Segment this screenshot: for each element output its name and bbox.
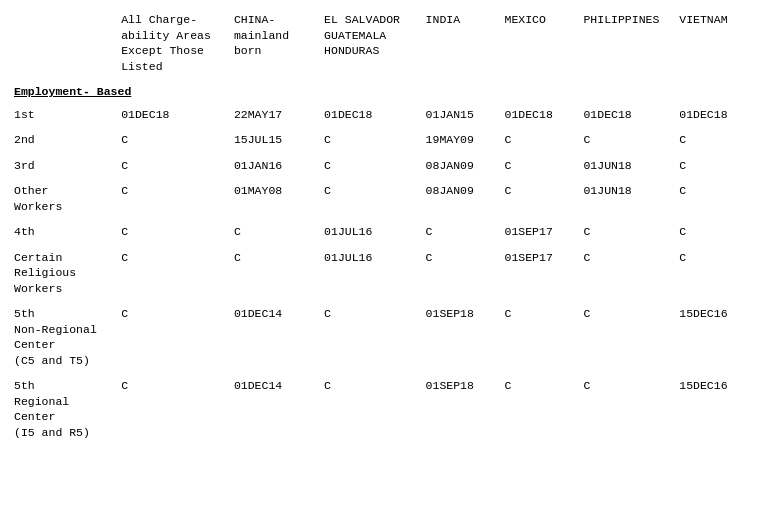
table-row: Certain Religious WorkersCC01JUL16C01SEP… bbox=[8, 245, 750, 302]
cell-all: C bbox=[115, 127, 228, 153]
cell-india: 01JAN15 bbox=[420, 102, 499, 128]
cell-india: 01SEP18 bbox=[420, 373, 499, 445]
cell-all: C bbox=[115, 178, 228, 219]
cell-category: Other Workers bbox=[8, 178, 115, 219]
header-vietnam: VIETNAM bbox=[673, 8, 750, 78]
cell-china: 01DEC14 bbox=[228, 373, 318, 445]
header-row: All Charge- ability Areas Except Those L… bbox=[8, 8, 750, 78]
cell-category: 5th Regional Center (I5 and R5) bbox=[8, 373, 115, 445]
cell-india: C bbox=[420, 245, 499, 302]
cell-india: 08JAN09 bbox=[420, 178, 499, 219]
cell-el_salv: 01DEC18 bbox=[318, 102, 419, 128]
header-india: INDIA bbox=[420, 8, 499, 78]
cell-phil: C bbox=[577, 127, 673, 153]
cell-el_salv: C bbox=[318, 301, 419, 373]
employment-based-label: Employment- Based bbox=[8, 78, 750, 102]
cell-vietnam: 15DEC16 bbox=[673, 301, 750, 373]
employment-based-header: Employment- Based bbox=[8, 78, 750, 102]
cell-all: C bbox=[115, 153, 228, 179]
table-row: 5th Regional Center (I5 and R5)C01DEC14C… bbox=[8, 373, 750, 445]
cell-mexico: C bbox=[499, 178, 578, 219]
cell-phil: 01JUN18 bbox=[577, 153, 673, 179]
cell-vietnam: C bbox=[673, 245, 750, 302]
cell-all: C bbox=[115, 301, 228, 373]
cell-vietnam: 01DEC18 bbox=[673, 102, 750, 128]
cell-phil: C bbox=[577, 301, 673, 373]
cell-vietnam: C bbox=[673, 219, 750, 245]
cell-el_salv: C bbox=[318, 153, 419, 179]
cell-vietnam: 15DEC16 bbox=[673, 373, 750, 445]
table-row: Other WorkersC01MAY08C08JAN09C01JUN18C bbox=[8, 178, 750, 219]
cell-all: 01DEC18 bbox=[115, 102, 228, 128]
cell-all: C bbox=[115, 245, 228, 302]
cell-china: C bbox=[228, 219, 318, 245]
cell-china: 01JAN16 bbox=[228, 153, 318, 179]
header-china: CHINA- mainland born bbox=[228, 8, 318, 78]
cell-all: C bbox=[115, 373, 228, 445]
table-row: 1st01DEC1822MAY1701DEC1801JAN1501DEC1801… bbox=[8, 102, 750, 128]
cell-china: 22MAY17 bbox=[228, 102, 318, 128]
table-row: 5th Non-Regional Center (C5 and T5)C01DE… bbox=[8, 301, 750, 373]
cell-india: 01SEP18 bbox=[420, 301, 499, 373]
cell-mexico: 01DEC18 bbox=[499, 102, 578, 128]
cell-phil: C bbox=[577, 245, 673, 302]
cell-phil: 01DEC18 bbox=[577, 102, 673, 128]
cell-china: C bbox=[228, 245, 318, 302]
cell-category: 1st bbox=[8, 102, 115, 128]
cell-india: 08JAN09 bbox=[420, 153, 499, 179]
cell-phil: C bbox=[577, 373, 673, 445]
cell-mexico: C bbox=[499, 301, 578, 373]
cell-vietnam: C bbox=[673, 178, 750, 219]
cell-mexico: C bbox=[499, 373, 578, 445]
cell-china: 01MAY08 bbox=[228, 178, 318, 219]
cell-india: C bbox=[420, 219, 499, 245]
cell-el_salv: C bbox=[318, 178, 419, 219]
cell-mexico: 01SEP17 bbox=[499, 245, 578, 302]
cell-mexico: C bbox=[499, 127, 578, 153]
visa-bulletin-table: All Charge- ability Areas Except Those L… bbox=[8, 8, 750, 445]
table-row: 4thCC01JUL16C01SEP17CC bbox=[8, 219, 750, 245]
cell-category: 5th Non-Regional Center (C5 and T5) bbox=[8, 301, 115, 373]
header-mexico: MEXICO bbox=[499, 8, 578, 78]
cell-el_salv: 01JUL16 bbox=[318, 245, 419, 302]
cell-phil: 01JUN18 bbox=[577, 178, 673, 219]
cell-china: 15JUL15 bbox=[228, 127, 318, 153]
cell-phil: C bbox=[577, 219, 673, 245]
cell-el_salv: C bbox=[318, 373, 419, 445]
cell-vietnam: C bbox=[673, 127, 750, 153]
cell-category: 4th bbox=[8, 219, 115, 245]
header-philippines: PHILIPPINES bbox=[577, 8, 673, 78]
cell-india: 19MAY09 bbox=[420, 127, 499, 153]
header-category bbox=[8, 8, 115, 78]
cell-category: Certain Religious Workers bbox=[8, 245, 115, 302]
cell-mexico: 01SEP17 bbox=[499, 219, 578, 245]
cell-china: 01DEC14 bbox=[228, 301, 318, 373]
cell-vietnam: C bbox=[673, 153, 750, 179]
header-all-chargeability: All Charge- ability Areas Except Those L… bbox=[115, 8, 228, 78]
cell-mexico: C bbox=[499, 153, 578, 179]
cell-category: 2nd bbox=[8, 127, 115, 153]
table-row: 2ndC15JUL15C19MAY09CCC bbox=[8, 127, 750, 153]
cell-el_salv: 01JUL16 bbox=[318, 219, 419, 245]
cell-el_salv: C bbox=[318, 127, 419, 153]
header-el-salvador: EL SALVADOR GUATEMALA HONDURAS bbox=[318, 8, 419, 78]
table-row: 3rdC01JAN16C08JAN09C01JUN18C bbox=[8, 153, 750, 179]
cell-category: 3rd bbox=[8, 153, 115, 179]
cell-all: C bbox=[115, 219, 228, 245]
